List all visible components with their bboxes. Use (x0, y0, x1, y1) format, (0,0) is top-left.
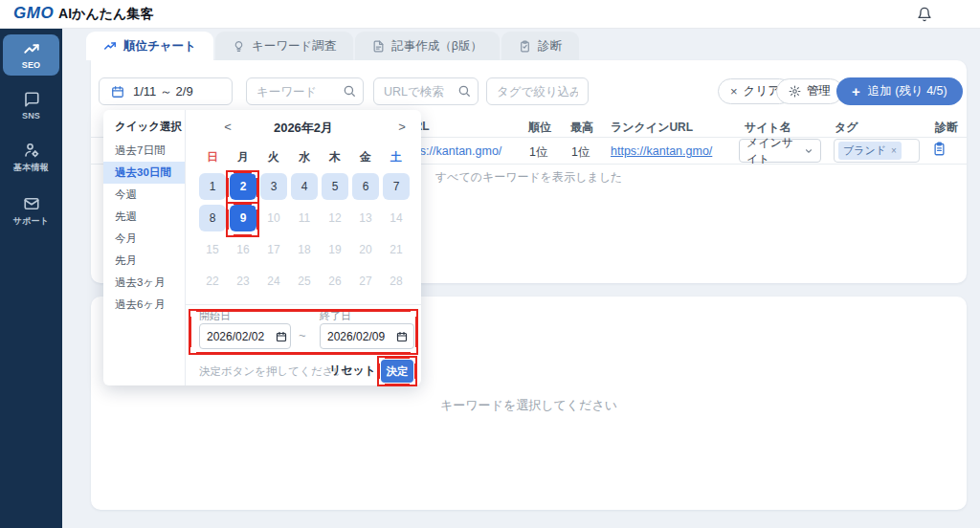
quick-select-item-4[interactable]: 今月 (103, 228, 185, 250)
rankin-url-link[interactable]: https://kantan.gmo/ (611, 144, 712, 158)
calendar-day-7[interactable]: 7 (383, 173, 410, 200)
quick-select-item-1[interactable]: 過去30日間 (103, 162, 185, 184)
diagnosis-clipboard-icon[interactable] (932, 142, 947, 156)
brand-logo: GMO AIかんたん集客 (13, 4, 153, 23)
tab-diagnosis[interactable]: 診断 (501, 32, 579, 60)
weekday-label: 水 (291, 149, 318, 165)
reset-button[interactable]: リセット (329, 363, 376, 379)
calendar-day-13: 13 (352, 205, 379, 231)
calendar-day-24: 24 (260, 268, 287, 295)
calendar-day-12: 12 (322, 205, 348, 231)
weekday-label: 火 (260, 149, 287, 165)
quick-select-list: 過去7日間過去30日間今週先週今月先月過去3ヶ月過去6ヶ月 (103, 140, 185, 316)
end-date-input[interactable] (327, 330, 396, 343)
tab-label: 記事作成（β版） (391, 38, 482, 55)
quick-select-item-3[interactable]: 先週 (103, 206, 185, 228)
calendar-day-8[interactable]: 8 (199, 205, 226, 231)
next-month-icon[interactable]: > (394, 120, 410, 134)
rank-value: 1位 (529, 144, 547, 161)
trending-up-icon (23, 40, 40, 57)
tab-rank-chart[interactable]: 順位チャート (86, 32, 213, 60)
calendar-day-5[interactable]: 5 (322, 173, 348, 200)
quick-select-item-2[interactable]: 今週 (103, 184, 185, 206)
tag-filter-input[interactable] (486, 77, 589, 105)
calendar-day-9[interactable]: 9 (230, 205, 256, 231)
calendar-month-title: 2026年2月 (186, 120, 421, 137)
calendar-day-21: 21 (383, 236, 410, 263)
calendar-day-10: 10 (260, 205, 287, 231)
weekday-label: 土 (383, 149, 410, 165)
sidebar-item-sns[interactable]: SNS (3, 85, 59, 126)
confirm-hint-text: 決定ボタンを押してください (199, 364, 345, 379)
weekday-label: 月 (230, 149, 256, 165)
end-date-label: 終了日 (320, 309, 351, 323)
sidebar-nav: SEO SNS 基本情報 サポート (0, 29, 62, 528)
calendar-day-23: 23 (230, 268, 256, 295)
calendar-day-3[interactable]: 3 (260, 173, 287, 200)
sidebar-item-label: サポート (13, 215, 49, 228)
calendar-day-26: 26 (322, 268, 348, 295)
tab-article-creation[interactable]: 記事作成（β版） (355, 32, 500, 60)
quick-select-item-7[interactable]: 過去6ヶ月 (103, 294, 185, 316)
tag-chip-label: ブランド (843, 143, 886, 158)
date-picker-popup: クイック選択 過去7日間過去30日間今週先週今月先月過去3ヶ月過去6ヶ月 < 2… (103, 110, 421, 385)
document-icon (372, 40, 385, 53)
confirm-button[interactable]: 決定 (381, 360, 413, 383)
manage-label: 管理 (807, 83, 831, 99)
notification-bell-icon[interactable] (917, 7, 932, 22)
calendar-panel: < 2026年2月 > 日月火水木金土 12345678910111213141… (186, 110, 421, 385)
sidebar-item-support[interactable]: サポート (3, 189, 59, 233)
tab-label: キーワード調査 (252, 38, 336, 55)
tab-label: 順位チャート (123, 38, 196, 55)
calendar-day-6[interactable]: 6 (352, 173, 379, 200)
sidebar-item-basic-info[interactable]: 基本情報 (3, 136, 59, 180)
quick-select-panel: クイック選択 過去7日間過去30日間今週先週今月先月過去3ヶ月過去6ヶ月 (103, 110, 186, 385)
calendar-day-14: 14 (383, 205, 410, 231)
tag-input[interactable]: ブランド × (834, 139, 920, 163)
remove-tag-icon[interactable]: × (891, 145, 897, 156)
date-range-value: 1/11 ～ 2/9 (133, 83, 193, 100)
manage-button[interactable]: 管理 (776, 78, 843, 104)
column-header-diagnosis: 診断 (935, 120, 958, 136)
start-date-label: 開始日 (199, 309, 231, 323)
calendar-day-28: 28 (383, 268, 410, 295)
calendar-day-16: 16 (230, 236, 256, 263)
calendar-icon (111, 85, 124, 99)
quick-select-item-5[interactable]: 先月 (103, 250, 185, 272)
gmo-logo: GMO (13, 4, 54, 23)
tab-label: 診断 (538, 38, 562, 55)
end-date-field (320, 323, 414, 349)
keyword-search-field (246, 77, 364, 105)
calendar-day-11: 11 (291, 205, 318, 231)
weekday-label: 金 (352, 149, 379, 165)
add-keyword-button[interactable]: + 追加 (残り 4/5) (836, 77, 963, 105)
add-label: 追加 (残り 4/5) (868, 83, 947, 99)
close-icon: × (730, 84, 738, 99)
calendar-icon[interactable] (276, 331, 287, 342)
site-name-select[interactable]: メインサイト (739, 139, 821, 163)
calendar-day-22: 22 (199, 268, 226, 295)
tab-keyword-research[interactable]: キーワード調査 (215, 32, 353, 60)
calendar-header: < 2026年2月 > (186, 120, 421, 139)
user-gear-icon (23, 142, 40, 159)
main-tabs: 順位チャート キーワード調査 記事作成（β版） 診断 (86, 32, 579, 60)
calendar-day-2[interactable]: 2 (230, 173, 256, 200)
date-range-button[interactable]: 1/11 ～ 2/9 (99, 77, 233, 105)
sidebar-item-label: SNS (22, 111, 40, 121)
calendar-day-1[interactable]: 1 (199, 173, 226, 200)
quick-select-item-0[interactable]: 過去7日間 (103, 140, 185, 162)
calendar-icon[interactable] (396, 331, 408, 342)
calendar-day-19: 19 (322, 236, 348, 263)
start-date-input[interactable] (207, 330, 276, 343)
sidebar-item-label: SEO (22, 60, 41, 70)
calendar-day-4[interactable]: 4 (291, 173, 318, 200)
sidebar-item-label: 基本情報 (13, 162, 49, 174)
range-separator: ~ (299, 328, 306, 342)
best-rank-value: 1位 (571, 144, 590, 161)
mail-icon (23, 195, 40, 212)
empty-state-message: キーワードを選択してください (91, 397, 967, 414)
sidebar-item-seo[interactable]: SEO (3, 34, 59, 76)
quick-select-item-6[interactable]: 過去3ヶ月 (103, 272, 185, 294)
product-name: AIかんたん集客 (58, 6, 153, 23)
clipboard-icon (519, 40, 531, 53)
